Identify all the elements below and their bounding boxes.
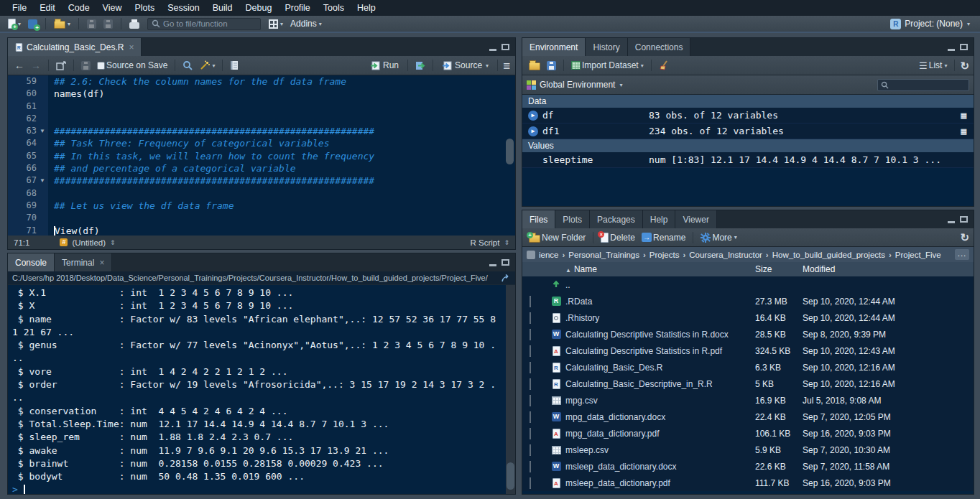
environment-object-df[interactable]: ▶ df 83 obs. of 12 variables ▦ bbox=[522, 108, 974, 123]
menu-item-help[interactable]: Help bbox=[351, 1, 382, 15]
file-checkbox[interactable] bbox=[530, 362, 531, 373]
breadcrumb-more-button[interactable]: ... bbox=[955, 249, 969, 260]
file-checkbox[interactable] bbox=[530, 312, 531, 324]
maximize-pane-icon[interactable] bbox=[501, 44, 509, 50]
expand-object-icon[interactable]: ▶ bbox=[528, 111, 538, 121]
file-checkbox[interactable] bbox=[530, 296, 531, 307]
source-button[interactable]: Source ▾ bbox=[438, 59, 492, 72]
file-row[interactable]: Ampg_data_dictionary.pdf106.1 KBSep 16, … bbox=[522, 425, 974, 442]
breadcrumb-item-project_five[interactable]: Project_Five bbox=[895, 251, 941, 259]
column-header-modified[interactable]: Modified bbox=[803, 264, 974, 274]
file-row[interactable]: WCalculating Descriptive Statistics in R… bbox=[522, 326, 974, 342]
file-checkbox[interactable] bbox=[530, 395, 531, 406]
maximize-pane-icon[interactable] bbox=[960, 44, 968, 50]
file-name-link[interactable]: Calculating_Basic_Descriptive_in_R.R bbox=[565, 379, 755, 389]
file-row[interactable]: mpg.csv16.9 KBJul 5, 2018, 9:08 AM bbox=[522, 392, 974, 409]
tab-packages[interactable]: Packages bbox=[590, 210, 643, 228]
file-row[interactable]: ACalculating Descriptive Statistics in R… bbox=[522, 342, 974, 359]
terminal-close-icon[interactable]: × bbox=[99, 258, 104, 268]
save-workspace-button[interactable] bbox=[545, 60, 558, 72]
file-name-link[interactable]: Calculating Descriptive Statistics in R.… bbox=[565, 346, 755, 356]
environment-scope-selector[interactable]: Global Environment bbox=[540, 80, 615, 90]
editor-tab-calculating-basic-des[interactable]: R Calculating_Basic_Des.R × bbox=[8, 38, 142, 56]
console-scrollbar-track[interactable] bbox=[506, 285, 515, 494]
code-editor[interactable]: 59## 2.6: Check the column names for the… bbox=[8, 75, 515, 235]
file-name-link[interactable]: Calculating_Basic_Des.R bbox=[565, 363, 755, 373]
breadcrumb-item-ience[interactable]: ience bbox=[539, 251, 559, 259]
menu-item-tools[interactable]: Tools bbox=[317, 1, 351, 15]
save-document-button[interactable] bbox=[79, 60, 93, 72]
new-project-button[interactable]: + bbox=[26, 18, 40, 30]
goto-file-function-input[interactable] bbox=[163, 19, 249, 28]
tab-history[interactable]: History bbox=[586, 38, 627, 56]
rerun-button[interactable] bbox=[413, 60, 427, 72]
back-button[interactable]: ← bbox=[12, 59, 27, 72]
minimize-pane-icon[interactable] bbox=[489, 264, 496, 266]
file-name-link[interactable]: Calculating Descriptive Statistics in R.… bbox=[565, 330, 755, 340]
breadcrumb-item-projects[interactable]: Projects bbox=[650, 251, 680, 259]
new-file-button[interactable]: + ▾ bbox=[6, 17, 23, 30]
minimize-pane-icon[interactable] bbox=[948, 221, 955, 223]
forward-button[interactable]: → bbox=[29, 59, 43, 72]
workspace-panes-button[interactable]: ▾ bbox=[267, 18, 285, 30]
minimize-pane-icon[interactable] bbox=[489, 49, 496, 51]
menu-item-profile[interactable]: Profile bbox=[278, 1, 316, 15]
file-name-link[interactable]: mpg_data_dictionary.pdf bbox=[565, 429, 755, 439]
menu-item-view[interactable]: View bbox=[96, 1, 129, 15]
view-data-grid-icon[interactable]: ▦ bbox=[961, 110, 966, 121]
file-name-link[interactable]: msleep.csv bbox=[565, 445, 755, 455]
console-prompt[interactable]: > bbox=[12, 483, 515, 495]
file-name-link[interactable]: mpg.csv bbox=[565, 396, 755, 406]
file-checkbox[interactable] bbox=[530, 444, 531, 456]
popout-window-button[interactable] bbox=[54, 60, 68, 72]
find-replace-button[interactable] bbox=[180, 59, 195, 72]
goto-directory-icon[interactable] bbox=[501, 274, 511, 282]
menu-item-edit[interactable]: Edit bbox=[33, 1, 62, 15]
goto-file-function-box[interactable] bbox=[147, 18, 261, 30]
breadcrumb-item-personal_trainings[interactable]: Personal_Trainings bbox=[568, 251, 639, 259]
rename-file-button[interactable]: → Rename bbox=[639, 231, 688, 244]
file-row[interactable]: Wmpg_data_dictionary.docx22.4 KBSep 7, 2… bbox=[522, 409, 974, 425]
column-header-size[interactable]: Size bbox=[755, 264, 803, 274]
tab-viewer[interactable]: Viewer bbox=[675, 210, 716, 228]
column-header-name[interactable]: ▲Name bbox=[565, 264, 755, 274]
tab-plots[interactable]: Plots bbox=[555, 210, 590, 228]
save-all-button[interactable] bbox=[101, 18, 115, 30]
environment-object-df1[interactable]: ▶ df1 234 obs. of 12 variables ▦ bbox=[522, 123, 974, 139]
tab-environment[interactable]: Environment bbox=[522, 38, 586, 56]
file-name-link[interactable]: msleep_data_dictionary.docx bbox=[565, 462, 755, 472]
file-row[interactable]: .. bbox=[522, 276, 974, 293]
file-row[interactable]: RCalculating_Basic_Descriptive_in_R.R5 K… bbox=[522, 376, 974, 392]
tab-help[interactable]: Help bbox=[643, 210, 676, 228]
menu-item-plots[interactable]: Plots bbox=[128, 1, 161, 15]
file-row[interactable]: .Rhistory16.4 KBSep 10, 2020, 12:44 AM bbox=[522, 309, 974, 326]
file-name-link[interactable]: .Rhistory bbox=[565, 313, 755, 323]
fold-marker-icon[interactable]: ▼ bbox=[37, 174, 48, 187]
environment-object-sleeptime[interactable]: sleeptime num [1:83] 12.1 17 14.4 14.9 4… bbox=[522, 152, 974, 168]
import-dataset-button[interactable]: Import Dataset ▾ bbox=[569, 59, 646, 72]
menu-item-build[interactable]: Build bbox=[206, 1, 239, 15]
breadcrumb-item-how_to_build_guided_projects[interactable]: How_to_build_guided_projects bbox=[772, 251, 885, 259]
document-section-selector[interactable]: (Untitled) bbox=[72, 238, 106, 247]
breadcrumb-item-coursera_instructor[interactable]: Coursera_Instructor bbox=[689, 251, 762, 259]
file-checkbox[interactable] bbox=[530, 345, 531, 357]
file-row[interactable]: R.RData27.3 MBSep 10, 2020, 12:44 AM bbox=[522, 293, 974, 309]
editor-scrollbar-thumb[interactable] bbox=[506, 139, 514, 164]
environment-search-box[interactable] bbox=[877, 79, 969, 91]
file-row[interactable]: Amsleep_data_dictionary.pdf111.7 KBSep 1… bbox=[522, 475, 974, 491]
expand-object-icon[interactable]: ▶ bbox=[528, 126, 538, 136]
file-row[interactable]: RCalculating_Basic_Des.R6.3 KBSep 10, 20… bbox=[522, 359, 974, 376]
more-file-commands-button[interactable]: More ▾ bbox=[698, 231, 739, 244]
view-data-grid-icon[interactable]: ▦ bbox=[961, 126, 966, 136]
file-checkbox[interactable] bbox=[530, 428, 531, 439]
document-outline-icon[interactable]: ≣ bbox=[503, 60, 511, 71]
file-name-link[interactable]: mpg_data_dictionary.docx bbox=[565, 412, 755, 422]
file-name-link[interactable]: .RData bbox=[565, 297, 755, 307]
menu-item-code[interactable]: Code bbox=[62, 1, 96, 15]
file-checkbox[interactable] bbox=[530, 461, 531, 472]
menu-item-debug[interactable]: Debug bbox=[239, 1, 279, 15]
tab-connections[interactable]: Connections bbox=[628, 38, 691, 56]
file-checkbox[interactable] bbox=[530, 411, 531, 423]
file-checkbox[interactable] bbox=[530, 477, 531, 489]
tab-close-icon[interactable]: × bbox=[129, 42, 134, 52]
